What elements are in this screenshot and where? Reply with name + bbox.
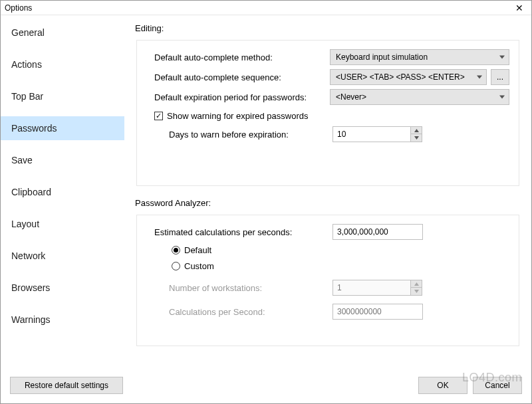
editing-title: Editing: [135, 23, 519, 33]
workstations-spinner [332, 280, 422, 296]
sidebar-item-layout[interactable]: Layout [1, 212, 124, 236]
ok-button[interactable]: OK [418, 377, 467, 394]
sidebar-item-clipboard[interactable]: Clipboard [1, 180, 124, 204]
autocomplete-sequence-combo[interactable]: <USER> <TAB> <PASS> <ENTER> [330, 69, 487, 85]
radio-custom [172, 262, 180, 270]
close-icon[interactable]: ✕ [511, 3, 527, 13]
days-to-warn-input[interactable] [332, 126, 411, 142]
analyzer-title: Password Analyzer: [135, 198, 519, 208]
analyzer-box: Estimated calculations per seconds: Defa… [136, 215, 519, 346]
est-calcs-input[interactable] [332, 224, 423, 240]
workstations-input [332, 280, 411, 296]
sequence-more-button[interactable]: ... [491, 69, 509, 85]
radio-default-row[interactable]: Default [146, 242, 509, 258]
window-body: General Actions Top Bar Passwords Save C… [1, 15, 531, 374]
radio-custom-row[interactable]: Custom [146, 258, 509, 274]
sidebar-item-label: General [11, 27, 45, 38]
sidebar-item-label: Network [11, 251, 45, 261]
sidebar-item-actions[interactable]: Actions [1, 52, 124, 76]
calcs-per-second-input [332, 304, 423, 320]
sidebar-item-label: Browsers [11, 282, 50, 293]
footer: Restore default settings OK Cancel [1, 374, 531, 403]
spinner-down-icon [411, 288, 422, 295]
sidebar-item-label: Actions [11, 59, 42, 70]
expiration-period-combo[interactable]: <Never> [330, 89, 509, 105]
autocomplete-method-label: Default auto-complete method: [146, 52, 330, 62]
sidebar-item-label: Warnings [11, 314, 51, 325]
autocomplete-sequence-label: Default auto-complete sequence: [146, 72, 330, 82]
days-to-warn-spinner[interactable] [332, 126, 422, 142]
restore-defaults-button[interactable]: Restore default settings [10, 377, 123, 394]
editing-group: Editing: Default auto-complete method: K… [136, 23, 519, 186]
sidebar-item-label: Clipboard [11, 187, 51, 197]
sidebar-item-warnings[interactable]: Warnings [1, 308, 124, 332]
radio-default [172, 246, 180, 254]
cancel-button[interactable]: Cancel [473, 377, 522, 394]
radio-default-label: Default [184, 245, 211, 255]
show-warning-checkbox-row[interactable]: ✓ Show warning for expired passwords [146, 107, 509, 124]
workstations-label: Number of workstations: [146, 283, 332, 293]
sidebar-item-top-bar[interactable]: Top Bar [1, 84, 124, 108]
sidebar-item-general[interactable]: General [1, 21, 124, 45]
autocomplete-method-combo[interactable]: Keyboard input simulation [330, 49, 509, 65]
sidebar-item-label: Top Bar [11, 91, 43, 102]
options-window: Options ✕ General Actions Top Bar Passwo… [0, 0, 532, 404]
check-icon: ✓ [154, 112, 163, 120]
window-title: Options [5, 3, 32, 13]
sidebar-item-passwords[interactable]: Passwords [1, 116, 124, 140]
expiration-period-label: Default expiration period for passwords: [146, 92, 330, 102]
radio-custom-label: Custom [184, 261, 214, 271]
sidebar-item-save[interactable]: Save [1, 148, 124, 172]
main-panel: Editing: Default auto-complete method: K… [124, 15, 531, 374]
calcs-per-second-label: Calculations per Second: [146, 307, 332, 317]
titlebar: Options ✕ [1, 1, 531, 15]
spinner-down-icon[interactable] [411, 134, 422, 142]
est-calcs-label: Estimated calculations per seconds: [146, 227, 332, 237]
sidebar-item-label: Save [11, 155, 33, 165]
sidebar-item-label: Layout [11, 219, 39, 229]
spinner-up-icon[interactable] [411, 127, 422, 134]
sidebar: General Actions Top Bar Passwords Save C… [1, 15, 124, 374]
sidebar-item-network[interactable]: Network [1, 244, 124, 268]
days-to-warn-label: Days to warn before expiration: [146, 130, 332, 140]
sidebar-item-browsers[interactable]: Browsers [1, 276, 124, 300]
show-warning-label: Show warning for expired passwords [167, 111, 308, 121]
sidebar-item-label: Passwords [11, 123, 57, 134]
analyzer-group: Password Analyzer: Estimated calculation… [136, 198, 519, 346]
spinner-up-icon [411, 280, 422, 288]
editing-box: Default auto-complete method: Keyboard i… [136, 40, 519, 186]
